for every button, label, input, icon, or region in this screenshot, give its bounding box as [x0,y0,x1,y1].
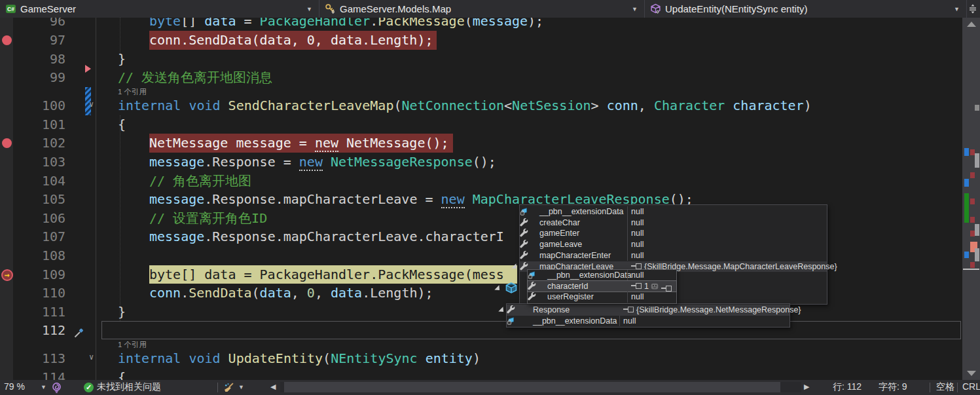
divider [930,383,930,392]
current-statement-arrow-icon[interactable]: → [1,269,13,281]
nav-dropdown-label: GameServer.Models.Map [340,3,451,14]
code-line-96[interactable]: 96byte[] data = PackageHandler.PackMessa… [0,18,962,31]
scroll-up-arrow-icon[interactable] [967,22,976,27]
datatip-row[interactable]: __pbn__extensionDatanull [520,206,827,217]
token: Response [212,154,275,170]
breakpoint-icon[interactable] [2,35,12,45]
scrollbar-marker-blue [964,252,969,258]
datatip-row[interactable]: userRegisternull [528,292,676,303]
code-cleanup-broom-icon[interactable] [223,382,234,393]
divider [957,383,958,392]
field-lock-icon [528,271,537,280]
token: mapCharacterLeave [283,191,418,207]
token: . [204,154,212,170]
member-value: {SkillBridge.Message.NetMessageResponse} [623,305,801,316]
cleanup-chevron-icon[interactable]: ▼ [238,384,244,390]
value-text: {SkillBridge.Message.NetMessageResponse} [636,305,801,314]
line-number: 113 [16,349,65,368]
datatip-row[interactable]: characterId1 [528,281,676,292]
pin-icon[interactable] [661,286,672,291]
zoom-chevron-icon[interactable]: ▼ [41,384,46,390]
scrollbar-marker-red [970,149,975,155]
code-line-103[interactable]: 103message.Response = new NetMessageResp… [0,153,962,172]
code-line-97[interactable]: 97conn.SendData(data, 0, data.Length); [0,31,962,50]
token: // 角色离开地图 [149,173,251,189]
code-text: internal void UpdateEntity(NEntitySync e… [118,349,481,368]
property-wrench-icon [528,282,537,291]
vertical-scrollbar[interactable] [962,18,980,380]
no-problems-indicator[interactable]: ✓ [84,381,94,392]
collapse-chevron-icon[interactable]: ∨ [89,95,94,114]
datatip-row[interactable]: Response{SkillBridge.Message.NetMessageR… [507,305,789,316]
code-line-111[interactable]: 111} [0,303,962,322]
token: 0 [307,285,315,301]
nav-dropdown-3[interactable]: UpdateEntity(NEntitySync entity)▼ [645,0,967,18]
token: { [118,117,126,132]
code-text: { [118,368,126,380]
code-line-102[interactable]: 102NetMessage message = new NetMessage()… [0,134,962,153]
datatip-row[interactable]: __pbn__extensionDatanull [528,270,676,281]
token: > [591,98,607,113]
spaces-mode-button[interactable]: 空格 [936,381,954,393]
nav-dropdown-1[interactable]: C#GameServer▼ [0,0,319,18]
scrollbar-marker-red [970,172,975,178]
scroll-down-arrow-icon[interactable] [967,371,976,376]
token: message [149,191,204,207]
token [221,98,228,113]
code-line-114[interactable]: 114{ [0,368,962,380]
token: { [118,369,126,380]
cursor-column-indicator: 字符: 9 [879,381,907,393]
datatip-row[interactable]: mapCharacterEnternull [520,250,827,261]
datatip-row[interactable]: gameEnternull [520,228,827,239]
token [221,350,228,366]
zoom-level-select[interactable]: 79 % [4,381,25,392]
code-line-104[interactable]: 104// 角色离开地图 [0,172,962,191]
code-editor[interactable]: 96byte[] data = PackageHandler.PackMessa… [0,18,962,380]
value-text: null [631,229,644,238]
member-name: createChar [539,217,580,229]
scrollbar-marker-lightgray [975,153,979,168]
codelens-row: 1 个引用 [0,87,962,96]
value-text: null [631,207,644,216]
token: , [291,285,307,301]
breakpoint-icon[interactable] [2,138,12,148]
datatip-row[interactable]: createCharnull [520,217,827,229]
split-window-handle-icon[interactable] [968,2,978,16]
code-line-101[interactable]: 101{ [0,115,962,134]
hscroll-thumb[interactable] [284,382,780,392]
datatip-row[interactable]: gameLeavenull [520,239,827,250]
pin-icon[interactable] [631,283,642,288]
code-line-100[interactable]: 100internal void SendCharacterLeaveMap(N… [0,96,962,115]
codelens-references[interactable]: 1 个引用 [118,87,147,96]
quick-actions-screwdriver-icon[interactable] [73,325,84,335]
token: // 设置离开角色ID [149,210,267,226]
token: ( [252,285,260,301]
token: message [473,18,528,29]
nav-dropdown-2[interactable]: GameServer.Models.Map▼ [319,0,645,18]
pin-icon[interactable] [631,263,642,269]
code-line-112[interactable]: 112 [0,321,962,340]
pin-icon[interactable] [623,307,634,312]
hscroll-right-arrow[interactable]: ▶ [804,383,809,391]
datatip-row[interactable]: __pbn__extensionDatanull [507,316,789,327]
run-to-marker-icon [85,65,91,73]
code-line-113[interactable]: 113internal void UpdateEntity(NEntitySyn… [0,349,962,368]
visualizer-icon[interactable] [649,282,660,291]
code-line-98[interactable]: 98} [0,50,962,69]
code-text: // 角色离开地图 [149,172,251,191]
eol-mode-button[interactable]: CRLF [962,381,980,392]
intellicode-status-icon[interactable] [51,382,62,393]
collapse-chevron-icon[interactable]: ∨ [89,348,94,367]
line-number: 97 [16,31,65,50]
datatip-child: __pbn__extensionDatanullcharacterId1user… [527,269,677,304]
scrollbar-marker-red [970,262,975,268]
token: SendCharacterLeaveMap [228,98,394,113]
token: message [149,154,204,170]
token: [] [181,18,204,29]
code-line-99[interactable]: 99// 发送角色离开地图消息 [0,68,962,87]
codelens-references[interactable]: 1 个引用 [118,340,147,349]
token: byte [149,18,181,29]
column-separator [627,206,628,217]
token: Response [212,191,275,207]
hscroll-left-arrow[interactable]: ◀ [270,383,276,391]
